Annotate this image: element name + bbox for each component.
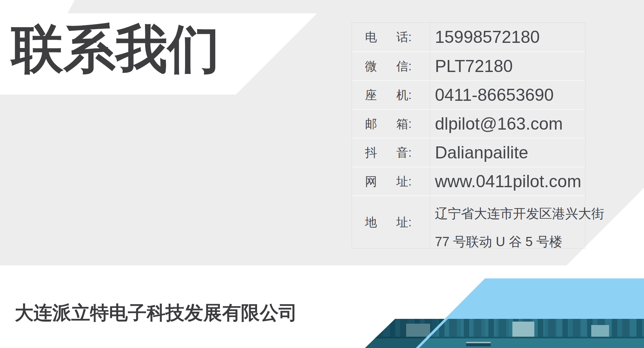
table-row-wechat: 微 信: PLT72180 xyxy=(352,51,585,80)
email-value: dlpilot@163.com xyxy=(430,114,585,134)
label-char: 座 xyxy=(365,87,377,103)
address-line-2: 77 号联动 U 谷 5 号楼 xyxy=(435,228,604,256)
table-row-landline: 座 机: 0411-86653690 xyxy=(352,80,585,109)
label-char: 址: xyxy=(396,173,412,190)
website-label: 网 址: xyxy=(352,173,430,190)
label-char: 址: xyxy=(396,214,412,230)
label-char: 邮 xyxy=(365,116,377,132)
phone-value: 15998572180 xyxy=(430,27,585,47)
address-line-1: 辽宁省大连市开发区港兴大街 xyxy=(435,200,604,228)
table-row-phone: 电 话: 15998572180 xyxy=(352,23,585,51)
page-title: 联系我们 xyxy=(11,23,220,75)
table-row-website: 网 址: www.0411pilot.com xyxy=(352,167,585,195)
label-char: 话: xyxy=(396,29,412,45)
label-char: 地 xyxy=(365,214,377,230)
label-char: 箱: xyxy=(396,116,412,132)
landline-value: 0411-86653690 xyxy=(430,85,585,105)
label-char: 微 xyxy=(365,58,377,74)
table-row-address: 地 址: 辽宁省大连市开发区港兴大街 77 号联动 U 谷 5 号楼 xyxy=(352,195,585,248)
company-name: 大连派立特电子科技发展有限公司 xyxy=(15,300,297,326)
label-char: 电 xyxy=(365,29,377,45)
contact-slide: 联系我们 电 话: 15998572180 微 信: PLT72180 座 机:… xyxy=(0,0,644,348)
douyin-value: Dalianpailite xyxy=(430,143,585,163)
email-label: 邮 箱: xyxy=(352,116,430,132)
landline-label: 座 机: xyxy=(352,87,430,103)
address-label: 地 址: xyxy=(352,214,430,230)
label-char: 抖 xyxy=(365,145,377,161)
label-char: 音: xyxy=(396,145,412,161)
table-row-email: 邮 箱: dlpilot@163.com xyxy=(352,109,585,138)
phone-label: 电 话: xyxy=(352,29,430,45)
contact-table: 电 话: 15998572180 微 信: PLT72180 座 机: 0411… xyxy=(352,22,585,249)
wechat-value: PLT72180 xyxy=(430,56,585,76)
douyin-label: 抖 音: xyxy=(352,145,430,161)
table-row-douyin: 抖 音: Dalianpailite xyxy=(352,138,585,167)
label-char: 信: xyxy=(396,58,412,74)
label-char: 机: xyxy=(396,87,412,103)
wechat-label: 微 信: xyxy=(352,58,430,74)
website-value: www.0411pilot.com xyxy=(430,171,585,191)
cityscape-photo-region xyxy=(365,319,644,348)
boat-in-photo xyxy=(466,342,491,346)
address-value: 辽宁省大连市开发区港兴大街 77 号联动 U 谷 5 号楼 xyxy=(430,200,604,256)
label-char: 网 xyxy=(365,173,377,190)
